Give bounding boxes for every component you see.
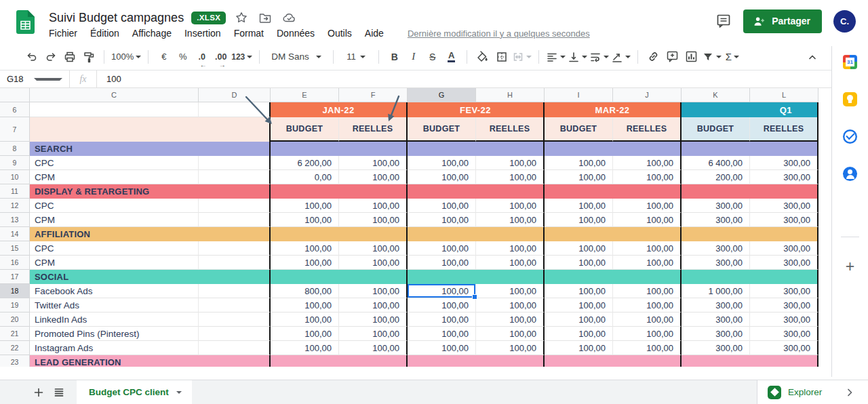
cell-G23[interactable] (408, 355, 476, 367)
cell-G9[interactable]: 100,00 (408, 156, 476, 170)
cell-K8[interactable] (682, 142, 750, 156)
more-formats-button[interactable]: 123 (231, 48, 252, 66)
italic-button[interactable]: I (405, 48, 422, 66)
cell-C22[interactable]: Instagram Ads (30, 341, 199, 355)
cell-L21[interactable]: 300,00 (750, 327, 818, 341)
cell-J18[interactable]: 100,00 (613, 284, 682, 298)
comment-history-icon[interactable] (715, 13, 732, 29)
account-avatar[interactable]: C. (833, 10, 856, 33)
month-header-Q1[interactable]: Q1 (682, 102, 818, 117)
cell-J9[interactable]: 100,00 (613, 156, 682, 170)
cell-G12[interactable]: 100,00 (408, 199, 476, 213)
section-label-lead[interactable]: LEAD GENERATION (30, 355, 199, 367)
cell-F21[interactable]: 100,00 (339, 327, 408, 341)
menu-fichier[interactable]: Fichier (49, 28, 77, 39)
cell-E11[interactable] (271, 184, 339, 199)
redo-icon[interactable] (42, 48, 59, 66)
cell-K10[interactable]: 200,00 (682, 170, 750, 184)
cell-F10[interactable]: 100,00 (339, 170, 408, 184)
column-header-L[interactable]: L (750, 88, 818, 102)
cell-F22[interactable]: 100,00 (339, 341, 408, 355)
column-header-I[interactable]: I (545, 88, 613, 102)
section-label-display[interactable]: DISPLAY & RETARGETING (30, 184, 199, 199)
cell-J10[interactable]: 100,00 (613, 170, 682, 184)
add-sheet-icon[interactable] (28, 386, 49, 399)
cell-E20[interactable]: 100,00 (271, 312, 339, 327)
row-header-16[interactable]: 16 (0, 256, 30, 270)
cell-E21[interactable]: 100,00 (271, 327, 339, 341)
cell-F14[interactable] (339, 227, 408, 241)
row-header-12[interactable]: 12 (0, 199, 30, 213)
cell-J13[interactable]: 100,00 (613, 213, 682, 227)
cell-I23[interactable] (545, 355, 613, 367)
cell-L14[interactable] (750, 227, 818, 241)
explore-button[interactable]: Explorer (757, 380, 831, 404)
column-header-D[interactable]: D (199, 88, 271, 102)
cell-C16[interactable]: CPM (30, 256, 199, 270)
cell-G11[interactable] (408, 184, 476, 199)
cell-I22[interactable]: 100,00 (545, 341, 613, 355)
format-currency-button[interactable]: € (155, 48, 172, 66)
create-filter-icon[interactable] (702, 48, 722, 66)
bold-button[interactable]: B (386, 48, 403, 66)
row-header-8[interactable]: 8 (0, 142, 30, 156)
cell-I17[interactable] (545, 270, 613, 284)
cell-C20[interactable]: LinkedIn Ads (30, 312, 199, 327)
row-header-10[interactable]: 10 (0, 170, 30, 184)
month-header-JAN-22[interactable]: JAN-22 (271, 102, 408, 117)
cell-D11[interactable] (199, 184, 271, 199)
cell-D16[interactable] (199, 256, 271, 270)
row-header-22[interactable]: 22 (0, 341, 30, 355)
cell-E18[interactable]: 800,00 (271, 284, 339, 298)
cell-J16[interactable]: 100,00 (613, 256, 682, 270)
cell-E8[interactable] (271, 142, 339, 156)
cell-F8[interactable] (339, 142, 408, 156)
cell-H19[interactable]: 100,00 (476, 298, 545, 312)
cell-L19[interactable]: 300,00 (750, 298, 818, 312)
cell-D20[interactable] (199, 312, 271, 327)
cell-J12[interactable]: 100,00 (613, 199, 682, 213)
cell-G15[interactable]: 100,00 (408, 241, 476, 256)
row-header-18[interactable]: 18 (0, 284, 30, 298)
row-header-19[interactable]: 19 (0, 298, 30, 312)
cell-J17[interactable] (613, 270, 682, 284)
vertical-align-icon[interactable] (568, 48, 587, 66)
column-header-C[interactable]: C (30, 88, 199, 102)
cell-K7[interactable]: BUDGET (682, 117, 750, 142)
cell-E7[interactable]: BUDGET (271, 117, 339, 142)
cell-D6[interactable] (199, 102, 271, 117)
menu-edition[interactable]: Édition (90, 28, 119, 39)
insert-link-icon[interactable] (645, 48, 662, 66)
cell-H18[interactable]: 100,00 (476, 284, 545, 298)
cell-E12[interactable]: 100,00 (271, 199, 339, 213)
cell-L20[interactable]: 300,00 (750, 312, 818, 327)
cell-I7[interactable]: BUDGET (545, 117, 613, 142)
cell-F13[interactable]: 100,00 (339, 213, 408, 227)
cell-K15[interactable]: 300,00 (682, 241, 750, 256)
cell-D13[interactable] (199, 213, 271, 227)
cell-C10[interactable]: CPM (30, 170, 199, 184)
move-to-folder-icon[interactable] (257, 9, 273, 26)
cell-J7[interactable]: REELLES (613, 117, 682, 142)
cell-I20[interactable]: 100,00 (545, 312, 613, 327)
cell-F16[interactable]: 100,00 (339, 256, 408, 270)
cell-E9[interactable]: 6 200,00 (271, 156, 339, 170)
cell-I14[interactable] (545, 227, 613, 241)
row-header-23[interactable]: 23 (0, 355, 30, 367)
cell-H8[interactable] (476, 142, 545, 156)
cell-G13[interactable]: 100,00 (408, 213, 476, 227)
column-header-E[interactable]: E (271, 88, 339, 102)
print-icon[interactable] (61, 48, 78, 66)
add-addon-icon[interactable]: + (846, 260, 854, 273)
row-header-15[interactable]: 15 (0, 241, 30, 256)
cell-E13[interactable]: 100,00 (271, 213, 339, 227)
cell-F18[interactable]: 100,00 (339, 284, 408, 298)
cell-I12[interactable]: 100,00 (545, 199, 613, 213)
cell-K23[interactable] (682, 355, 750, 367)
column-header-H[interactable]: H (476, 88, 545, 102)
calendar-icon[interactable]: 31 (843, 55, 857, 69)
cell-L13[interactable]: 300,00 (750, 213, 818, 227)
tasks-icon[interactable] (843, 129, 857, 144)
cell-C13[interactable]: CPM (30, 213, 199, 227)
name-box[interactable]: G18 (0, 70, 70, 87)
